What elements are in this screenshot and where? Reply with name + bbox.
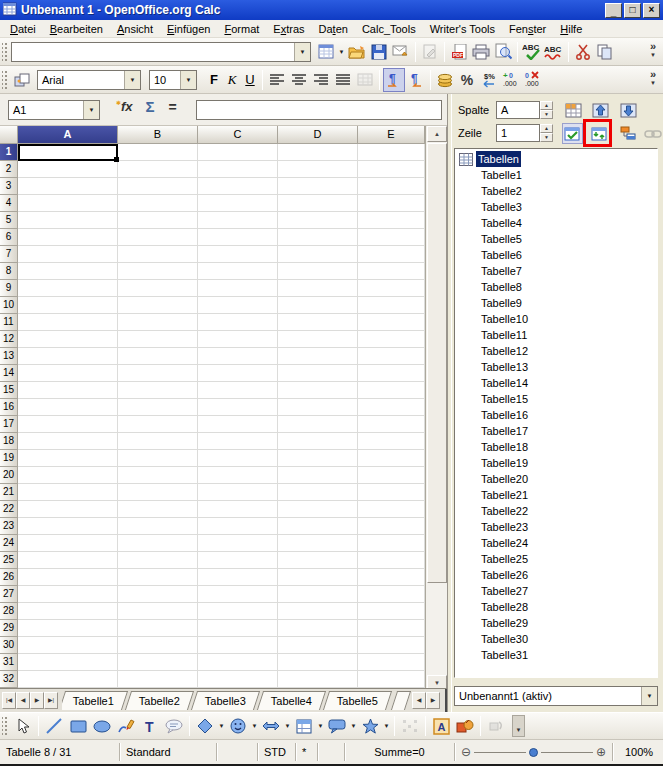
row-header-3[interactable]: 3 bbox=[0, 178, 18, 195]
cell-a6[interactable] bbox=[18, 229, 118, 246]
rotate-button[interactable] bbox=[484, 714, 508, 738]
menu-writer-s-tools[interactable]: Writer's Tools bbox=[423, 21, 502, 37]
cell-a9[interactable] bbox=[18, 280, 118, 297]
cell-a13[interactable] bbox=[18, 348, 118, 365]
tree-item-tabelle2[interactable]: Tabelle2 bbox=[455, 183, 657, 199]
close-button[interactable]: × bbox=[643, 3, 660, 18]
row-header-25[interactable]: 25 bbox=[0, 552, 18, 569]
row-spinner[interactable]: 1 ▲▼ bbox=[496, 124, 553, 142]
cell-e30[interactable] bbox=[358, 637, 425, 654]
standard-format-button[interactable]: $% bbox=[478, 68, 500, 92]
first-sheet-button[interactable]: |◀ bbox=[2, 692, 16, 709]
symbol-shapes-button[interactable] bbox=[226, 714, 250, 738]
cell-c16[interactable] bbox=[198, 399, 278, 416]
end-button[interactable] bbox=[618, 100, 639, 121]
toolbar-grip[interactable] bbox=[2, 69, 9, 91]
row-header-29[interactable]: 29 bbox=[0, 620, 18, 637]
row-header-16[interactable]: 16 bbox=[0, 399, 18, 416]
column-header-d[interactable]: D bbox=[278, 126, 358, 144]
cell-c1[interactable] bbox=[198, 144, 278, 161]
chevron-down-icon[interactable]: ▼ bbox=[641, 687, 657, 705]
cell-a14[interactable] bbox=[18, 365, 118, 382]
row-header-26[interactable]: 26 bbox=[0, 569, 18, 586]
currency-format-button[interactable] bbox=[434, 68, 456, 92]
cell-b30[interactable] bbox=[118, 637, 198, 654]
cell-b29[interactable] bbox=[118, 620, 198, 637]
vertical-scrollbar-thumb[interactable] bbox=[427, 143, 447, 583]
cell-c27[interactable] bbox=[198, 586, 278, 603]
cell-d16[interactable] bbox=[278, 399, 358, 416]
cell-a32[interactable] bbox=[18, 671, 118, 688]
cell-d8[interactable] bbox=[278, 263, 358, 280]
cell-d27[interactable] bbox=[278, 586, 358, 603]
next-sheet-button[interactable]: ▶ bbox=[30, 692, 44, 709]
spin-up-icon[interactable]: ▲ bbox=[540, 101, 553, 110]
cell-b22[interactable] bbox=[118, 501, 198, 518]
cell-b10[interactable] bbox=[118, 297, 198, 314]
cell-d10[interactable] bbox=[278, 297, 358, 314]
chevron-down-icon[interactable]: ▼ bbox=[83, 101, 99, 119]
cell-b4[interactable] bbox=[118, 195, 198, 212]
cell-a28[interactable] bbox=[18, 603, 118, 620]
cell-a18[interactable] bbox=[18, 433, 118, 450]
cut-button[interactable] bbox=[572, 40, 594, 64]
menu-daten[interactable]: Daten bbox=[312, 21, 355, 37]
tree-item-tabelle10[interactable]: Tabelle10 bbox=[455, 311, 657, 327]
cell-b6[interactable] bbox=[118, 229, 198, 246]
cell-a17[interactable] bbox=[18, 416, 118, 433]
tree-item-tabelle14[interactable]: Tabelle14 bbox=[455, 375, 657, 391]
cell-d22[interactable] bbox=[278, 501, 358, 518]
tree-item-tabelle1[interactable]: Tabelle1 bbox=[455, 167, 657, 183]
column-header-a[interactable]: A bbox=[18, 126, 118, 144]
cell-d28[interactable] bbox=[278, 603, 358, 620]
cell-d11[interactable] bbox=[278, 314, 358, 331]
fontwork-button[interactable]: A bbox=[429, 714, 453, 738]
basic-shapes-dropdown[interactable]: ▼ bbox=[217, 723, 226, 729]
cell-e14[interactable] bbox=[358, 365, 425, 382]
new-document-dropdown[interactable]: ▼ bbox=[337, 49, 346, 55]
cell-c11[interactable] bbox=[198, 314, 278, 331]
cell-c2[interactable] bbox=[198, 161, 278, 178]
cell-c17[interactable] bbox=[198, 416, 278, 433]
cell-a2[interactable] bbox=[18, 161, 118, 178]
cell-e5[interactable] bbox=[358, 212, 425, 229]
toolbar-overflow-button[interactable]: »▼ bbox=[646, 40, 660, 64]
cell-d32[interactable] bbox=[278, 671, 358, 688]
percent-format-button[interactable]: % bbox=[456, 68, 478, 92]
cell-c6[interactable] bbox=[198, 229, 278, 246]
menu-datei[interactable]: Datei bbox=[3, 21, 43, 37]
cell-e1[interactable] bbox=[358, 144, 425, 161]
cell-e6[interactable] bbox=[358, 229, 425, 246]
cell-b11[interactable] bbox=[118, 314, 198, 331]
cell-b9[interactable] bbox=[118, 280, 198, 297]
chevron-down-icon[interactable]: ▼ bbox=[180, 71, 196, 89]
cell-e18[interactable] bbox=[358, 433, 425, 450]
zoom-level-field[interactable]: 100% bbox=[613, 743, 659, 761]
tree-item-tabelle26[interactable]: Tabelle26 bbox=[455, 567, 657, 583]
cell-b3[interactable] bbox=[118, 178, 198, 195]
row-header-30[interactable]: 30 bbox=[0, 637, 18, 654]
cell-a7[interactable] bbox=[18, 246, 118, 263]
spin-down-icon[interactable]: ▼ bbox=[540, 133, 553, 142]
cell-a30[interactable] bbox=[18, 637, 118, 654]
cell-d20[interactable] bbox=[278, 467, 358, 484]
row-header-20[interactable]: 20 bbox=[0, 467, 18, 484]
tree-item-tabelle31[interactable]: Tabelle31 bbox=[455, 647, 657, 663]
cell-b19[interactable] bbox=[118, 450, 198, 467]
sheet-tab-tabelle2[interactable]: Tabelle2 bbox=[125, 691, 194, 710]
open-button[interactable] bbox=[346, 40, 368, 64]
cell-a8[interactable] bbox=[18, 263, 118, 280]
tree-item-tabelle5[interactable]: Tabelle5 bbox=[455, 231, 657, 247]
line-button[interactable] bbox=[42, 714, 66, 738]
cell-e29[interactable] bbox=[358, 620, 425, 637]
cell-b32[interactable] bbox=[118, 671, 198, 688]
cell-e22[interactable] bbox=[358, 501, 425, 518]
cell-c8[interactable] bbox=[198, 263, 278, 280]
drawbar-overflow-button[interactable]: ▼ bbox=[512, 715, 525, 737]
rectangle-button[interactable] bbox=[66, 714, 90, 738]
cell-c19[interactable] bbox=[198, 450, 278, 467]
cell-e24[interactable] bbox=[358, 535, 425, 552]
menu-hilfe[interactable]: Hilfe bbox=[553, 21, 589, 37]
ellipse-button[interactable] bbox=[90, 714, 114, 738]
row-header-6[interactable]: 6 bbox=[0, 229, 18, 246]
